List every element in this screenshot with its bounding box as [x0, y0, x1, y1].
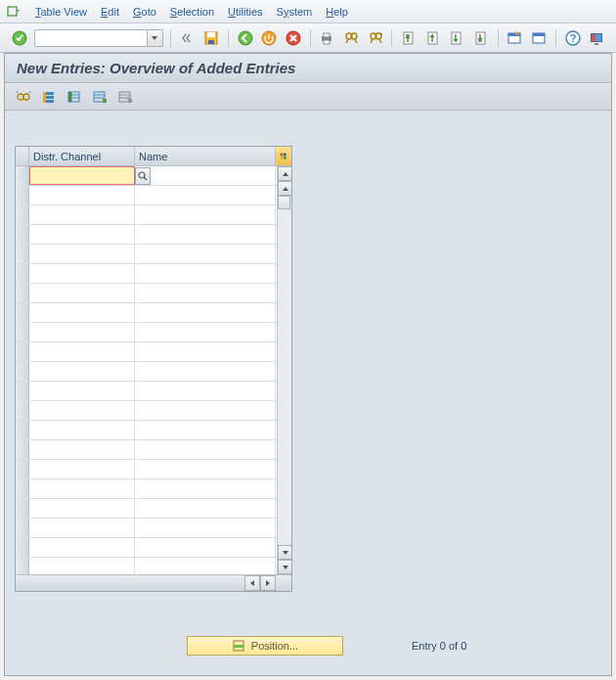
row-selector[interactable] — [16, 558, 29, 574]
table-row[interactable] — [16, 538, 291, 558]
cell-distr-channel[interactable] — [29, 519, 135, 537]
cell-distr-channel[interactable] — [29, 401, 135, 420]
cell-name[interactable] — [135, 166, 276, 185]
cell-name[interactable] — [135, 303, 276, 322]
menu-system[interactable]: System — [277, 6, 313, 18]
command-dropdown-icon[interactable] — [148, 29, 163, 47]
table-row[interactable] — [16, 362, 291, 382]
row-selector[interactable] — [16, 440, 29, 459]
row-selector[interactable] — [16, 284, 29, 302]
cell-distr-channel[interactable] — [29, 245, 135, 263]
cell-name[interactable] — [135, 558, 276, 574]
cell-distr-channel[interactable] — [29, 362, 135, 381]
cell-distr-channel[interactable] — [29, 460, 135, 478]
menu-goto[interactable]: Goto — [133, 6, 156, 18]
cell-distr-channel[interactable] — [29, 186, 135, 204]
row-selector[interactable] — [16, 323, 29, 341]
table-row[interactable] — [16, 186, 291, 205]
table-row[interactable] — [16, 421, 291, 440]
row-selector[interactable] — [16, 479, 29, 498]
cancel-icon[interactable] — [284, 28, 303, 48]
row-selector[interactable] — [16, 382, 29, 400]
row-selector-header[interactable] — [16, 147, 29, 165]
table-row[interactable] — [16, 460, 291, 479]
horizontal-scrollbar[interactable] — [16, 574, 291, 591]
scroll-left-icon[interactable] — [244, 575, 260, 591]
enter-icon[interactable] — [10, 28, 29, 48]
row-selector[interactable] — [16, 421, 29, 439]
col-distr-channel[interactable]: Distr. Channel — [29, 147, 135, 165]
cell-name[interactable] — [135, 440, 276, 459]
table-settings-icon[interactable] — [276, 147, 291, 165]
position-button[interactable]: Position... — [187, 636, 343, 656]
new-session-icon[interactable] — [506, 28, 525, 48]
table-row[interactable] — [16, 479, 291, 499]
print-icon[interactable] — [318, 28, 337, 48]
cell-distr-channel[interactable] — [29, 342, 135, 361]
table-row[interactable] — [16, 558, 291, 574]
cell-name[interactable] — [135, 323, 276, 341]
scroll-up-icon[interactable] — [278, 181, 291, 196]
vertical-scrollbar[interactable] — [277, 166, 291, 574]
command-field[interactable] — [34, 29, 163, 47]
cell-distr-channel[interactable] — [29, 538, 135, 557]
table-row[interactable] — [16, 342, 291, 362]
back-chevron-icon[interactable] — [178, 28, 198, 48]
cell-name[interactable] — [135, 225, 276, 244]
table-row[interactable] — [16, 323, 291, 342]
find-next-icon[interactable] — [366, 28, 385, 48]
scroll-up-icon[interactable] — [278, 166, 291, 181]
copy-icon[interactable] — [91, 88, 109, 106]
row-selector[interactable] — [16, 401, 29, 420]
cell-name[interactable] — [135, 460, 276, 478]
select-all-icon[interactable] — [40, 88, 58, 106]
deselect-all-icon[interactable] — [66, 88, 83, 106]
menu-selection[interactable]: Selection — [170, 6, 214, 18]
app-menu-icon[interactable] — [6, 4, 22, 20]
table-row[interactable] — [16, 382, 291, 401]
cell-distr-channel[interactable] — [29, 284, 135, 302]
cell-name[interactable] — [135, 421, 276, 439]
cell-name[interactable] — [135, 264, 276, 283]
cell-distr-channel[interactable] — [29, 421, 135, 439]
cell-name[interactable] — [135, 382, 276, 400]
cell-distr-channel[interactable] — [29, 440, 135, 459]
cell-name[interactable] — [135, 519, 276, 537]
table-row[interactable] — [16, 284, 291, 303]
cell-name[interactable] — [135, 538, 276, 557]
table-row[interactable] — [16, 519, 291, 538]
row-selector[interactable] — [16, 245, 29, 263]
save-icon[interactable] — [201, 28, 221, 48]
next-page-icon[interactable] — [447, 28, 466, 48]
layout-icon[interactable] — [587, 28, 606, 48]
cell-distr-channel[interactable] — [29, 479, 135, 498]
find-icon[interactable] — [341, 28, 361, 48]
menu-table-view[interactable]: Table View — [35, 6, 87, 18]
first-page-icon[interactable] — [399, 28, 418, 48]
row-selector[interactable] — [16, 166, 29, 185]
cell-name[interactable] — [135, 245, 276, 263]
table-row[interactable] — [16, 264, 291, 284]
table-row[interactable] — [16, 303, 291, 323]
row-selector[interactable] — [16, 362, 29, 381]
cell-distr-channel[interactable] — [29, 205, 135, 224]
last-page-icon[interactable] — [471, 28, 491, 48]
menu-utilities[interactable]: Utilities — [228, 6, 262, 18]
scroll-thumb[interactable] — [278, 196, 290, 209]
help-icon[interactable]: ? — [563, 28, 583, 48]
cell-distr-channel[interactable] — [29, 323, 135, 341]
table-row[interactable] — [16, 499, 291, 519]
cell-name[interactable] — [135, 284, 276, 302]
cell-name[interactable] — [135, 205, 276, 224]
cell-name[interactable] — [135, 479, 276, 498]
cell-name[interactable] — [135, 362, 276, 381]
cell-name[interactable] — [135, 499, 276, 518]
row-selector[interactable] — [16, 499, 29, 518]
back-icon[interactable] — [236, 28, 255, 48]
menu-help[interactable]: Help — [326, 6, 348, 18]
row-selector[interactable] — [16, 460, 29, 478]
command-input[interactable] — [34, 29, 148, 47]
table-row[interactable] — [16, 166, 291, 186]
shortcut-icon[interactable] — [529, 28, 549, 48]
search-help-icon[interactable] — [135, 167, 151, 185]
